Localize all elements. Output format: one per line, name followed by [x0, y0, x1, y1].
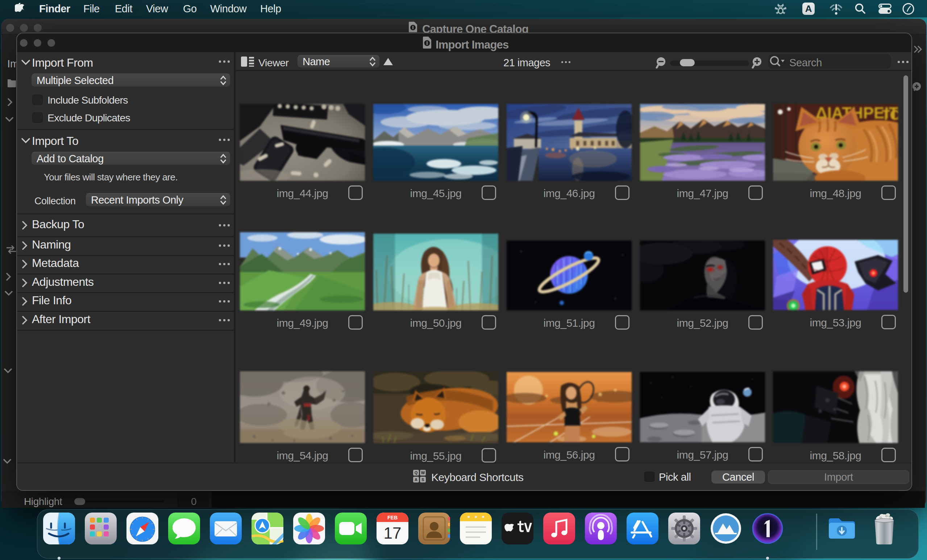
- svg-text:A: A: [805, 3, 812, 14]
- svg-text:A: A: [415, 477, 418, 482]
- svg-text:Q: Q: [415, 470, 418, 475]
- svg-text:S: S: [421, 477, 424, 482]
- svg-text:W: W: [421, 470, 425, 475]
- svg-text:FEB: FEB: [388, 515, 398, 521]
- svg-text:17: 17: [384, 524, 401, 542]
